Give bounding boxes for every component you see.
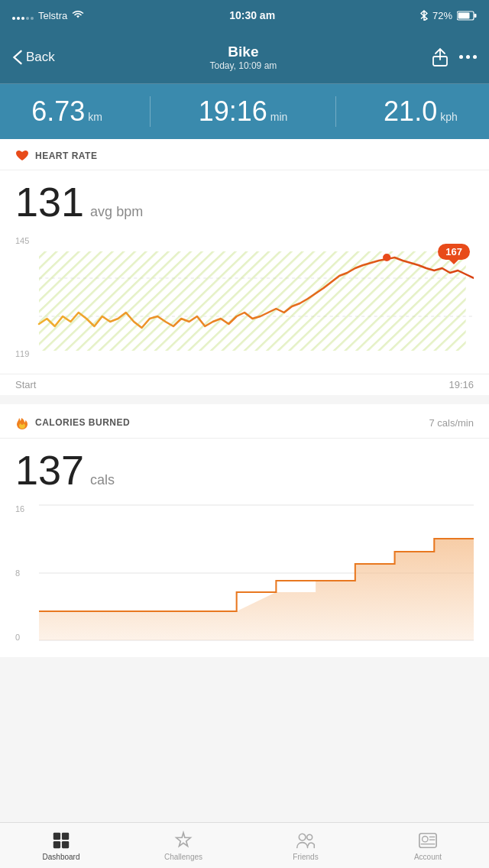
tab-account-label: Account <box>414 853 442 861</box>
nav-title: Bike Today, 10:09 am <box>209 44 277 71</box>
dot-2 <box>466 55 470 59</box>
duration-unit: min <box>270 111 288 123</box>
challenges-icon <box>173 831 193 850</box>
heart-rate-avg: 131 avg bpm <box>0 170 489 236</box>
tab-dashboard[interactable]: Dashboard <box>0 823 122 868</box>
dot-3 <box>473 55 477 59</box>
chart-start-label: Start <box>15 379 36 390</box>
tab-friends[interactable]: Friends <box>244 823 367 868</box>
tab-dashboard-label: Dashboard <box>43 853 80 861</box>
heart-rate-header: HEART RATE <box>0 139 489 170</box>
duration-value: 19:16 <box>199 96 267 128</box>
chart-end-label: 19:16 <box>449 379 474 390</box>
more-button[interactable] <box>459 55 477 59</box>
cal-chart-svg <box>15 504 474 642</box>
calories-total: 137 cals <box>0 439 489 504</box>
stat-divider-1 <box>150 96 151 127</box>
svg-point-13 <box>383 254 390 261</box>
svg-rect-7 <box>458 12 469 18</box>
calories-section: CALORIES BURNED 7 cals/min 137 cals 16 8… <box>0 404 489 657</box>
stats-bar: 6.73 km 19:16 min 21.0 kph <box>0 84 489 139</box>
status-time: 10:30 am <box>229 9 275 21</box>
heart-rate-section: HEART RATE 131 avg bpm 145 119 167 <box>0 139 489 395</box>
dot-1 <box>459 55 463 59</box>
battery-percent: 72% <box>432 10 452 21</box>
svg-point-1 <box>17 17 20 20</box>
share-button[interactable] <box>432 47 449 67</box>
calories-rate: 7 cals/min <box>429 417 474 429</box>
wifi-icon <box>72 11 84 20</box>
tab-friends-label: Friends <box>293 853 318 861</box>
bluetooth-icon <box>420 10 428 21</box>
hr-chart-svg <box>15 236 474 358</box>
battery-icon <box>457 11 477 21</box>
back-label: Back <box>26 50 55 65</box>
svg-point-26 <box>307 834 313 840</box>
friends-icon <box>296 831 316 850</box>
svg-rect-10 <box>39 251 466 351</box>
calories-value: 137 <box>15 446 84 494</box>
speed-unit: kph <box>440 111 458 123</box>
back-button[interactable]: Back <box>12 50 55 65</box>
flame-icon <box>15 415 29 430</box>
signal-icon <box>12 11 34 20</box>
stat-divider-2 <box>335 96 336 127</box>
status-right: 72% <box>420 10 477 21</box>
svg-rect-6 <box>474 14 476 18</box>
svg-point-2 <box>21 17 24 20</box>
activity-subtitle: Today, 10:09 am <box>209 60 277 71</box>
dashboard-icon <box>51 831 71 850</box>
svg-rect-22 <box>63 834 67 838</box>
tab-challenges[interactable]: Challenges <box>122 823 244 868</box>
peak-badge: 167 <box>438 244 470 260</box>
status-bar: Telstra 10:30 am 72% <box>0 0 489 31</box>
tab-account[interactable]: Account <box>367 823 489 868</box>
heart-icon <box>15 150 29 162</box>
back-chevron-icon <box>12 50 23 65</box>
main-content: HEART RATE 131 avg bpm 145 119 167 <box>0 139 489 822</box>
svg-rect-21 <box>55 834 59 838</box>
nav-actions <box>432 47 477 67</box>
svg-rect-23 <box>55 843 59 847</box>
svg-point-28 <box>423 836 428 841</box>
status-left: Telstra <box>12 10 84 21</box>
distance-unit: km <box>88 111 102 123</box>
account-icon <box>418 831 438 850</box>
distance-value: 6.73 <box>31 96 85 128</box>
speed-stat: 21.0 kph <box>384 96 458 128</box>
calories-chart: 16 8 0 <box>0 504 489 657</box>
tab-bar: Dashboard Challenges Friends Account <box>0 822 489 868</box>
svg-point-25 <box>299 834 306 840</box>
duration-stat: 19:16 min <box>199 96 288 128</box>
calories-unit: cals <box>90 472 115 488</box>
calories-title: CALORIES BURNED <box>35 417 130 428</box>
hr-chart-footer: Start 19:16 <box>0 374 489 395</box>
activity-title: Bike <box>209 44 277 60</box>
nav-bar: Back Bike Today, 10:09 am <box>0 31 489 84</box>
speed-value: 21.0 <box>384 96 437 128</box>
calories-header: CALORIES BURNED 7 cals/min <box>0 404 489 439</box>
distance-stat: 6.73 km <box>31 96 102 128</box>
heart-rate-title: HEART RATE <box>35 151 97 161</box>
heart-rate-chart: 145 119 167 <box>0 236 489 374</box>
svg-point-0 <box>12 17 15 20</box>
heart-rate-value: 131 <box>15 178 84 225</box>
tab-challenges-label: Challenges <box>164 853 202 861</box>
svg-point-4 <box>31 17 34 20</box>
heart-rate-unit: avg bpm <box>90 204 143 220</box>
svg-rect-24 <box>63 843 67 847</box>
svg-point-3 <box>26 17 29 20</box>
carrier-name: Telstra <box>38 10 67 21</box>
